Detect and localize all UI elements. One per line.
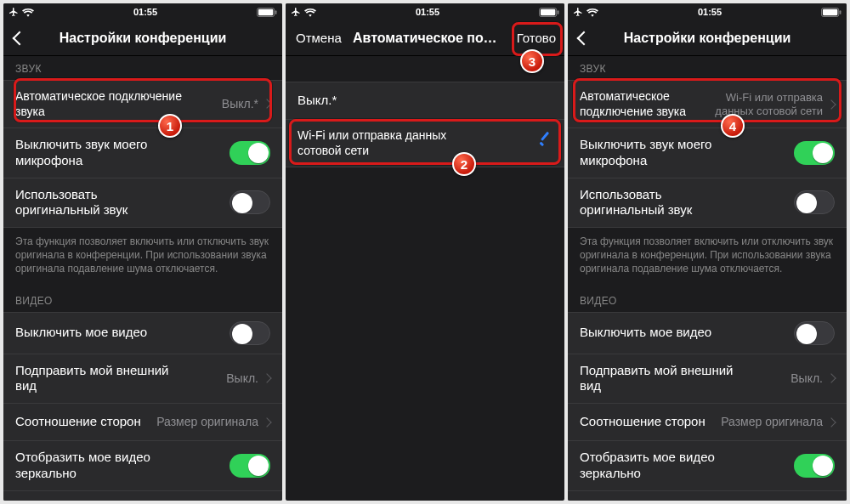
nav-title: Автоматическое подкл… [353,31,497,46]
row-auto-audio[interactable]: Автоматическое подключение звука Выкл.* [3,80,282,127]
switch-original-sound[interactable] [794,190,835,214]
switch-video-off[interactable] [230,321,270,345]
chevron-right-icon [828,99,835,110]
row-preview-video[interactable]: Показывать предпросмотр видео [568,490,847,501]
chevron-right-icon [264,98,270,110]
status-bar: 01:55 [568,3,847,20]
row-label: Автоматическое подключение звука [580,89,707,119]
nav-header: Отмена Автоматическое подкл… Готово [286,20,564,56]
switch-mirror[interactable] [230,454,270,478]
row-label: Соотношение сторон [15,414,141,430]
step-badge-4: 4 [721,114,745,138]
back-button[interactable] [8,20,23,55]
status-bar: 01:55 [286,3,564,20]
battery-icon [821,8,842,17]
row-mute-mic[interactable]: Выключить звук моего микрофона [568,127,847,178]
nav-header: Настройки конференции [568,20,847,56]
step-badge-3: 3 [520,49,544,73]
svg-rect-4 [541,8,555,14]
section-sound: ЗВУК [568,56,847,80]
option-wifi-cell[interactable]: Wi-Fi или отправка данных сотовой сети [286,119,564,167]
row-value: Wi-Fi или отправка данных сотовой сети [707,91,823,117]
row-label: Подправить мой внешний вид [15,363,185,395]
airplane-mode-icon [573,7,583,17]
row-value: Выкл.* [222,97,258,111]
battery-icon [257,8,277,17]
section-video: ВИДЕО [568,280,847,312]
svg-rect-7 [823,8,837,14]
switch-original-sound[interactable] [230,190,270,214]
step-badge-1: 1 [158,114,182,138]
row-video-off[interactable]: Выключить мое видео [568,312,847,354]
option-off[interactable]: Выкл.* [286,82,564,119]
status-time: 01:55 [133,7,157,17]
phone-screen-2: 01:55 Отмена Автоматическое подкл… Готов… [286,3,564,501]
row-preview-video[interactable]: Показывать предпросмотр видео [3,490,282,501]
option-label: Выкл.* [298,93,337,109]
svg-rect-2 [275,10,277,14]
chevron-right-icon [828,416,835,428]
row-label: Показывать предпросмотр видео [580,500,750,501]
cancel-button[interactable]: Отмена [296,20,342,55]
switch-mirror[interactable] [794,454,835,478]
wifi-icon [22,8,34,17]
row-mirror-video[interactable]: Отобразить мое видео зеркально [3,440,282,490]
row-label: Подправить мой внешний вид [580,363,750,395]
row-label: Выключить мое видео [15,325,147,341]
row-original-sound[interactable]: Использовать оригинальный звук [568,178,847,229]
status-time: 01:55 [698,7,722,17]
row-mute-mic[interactable]: Выключить звук моего микрофона [3,127,282,178]
row-label: Использовать оригинальный звук [15,187,185,219]
nav-title: Настройки конференции [624,31,791,46]
row-label: Использовать оригинальный звук [580,187,750,219]
row-value: Выкл. [790,371,823,386]
row-label: Выключить звук моего микрофона [15,137,185,169]
svg-rect-8 [840,10,842,14]
row-aspect-ratio[interactable]: Соотношение сторон Размер оригинала [3,403,282,440]
phone-screen-1: 01:55 Настройки конференции ЗВУК Автомат… [3,3,282,501]
checkmark-icon [537,136,552,151]
chevron-right-icon [264,372,270,384]
nav-title: Настройки конференции [60,31,227,46]
airplane-mode-icon [291,7,301,17]
svg-rect-5 [558,10,559,14]
row-value: Размер оригинала [156,415,258,429]
chevron-left-icon [576,29,587,48]
phone-screen-3: 01:55 Настройки конференции ЗВУК Автомат… [568,3,847,501]
switch-video-off[interactable] [794,321,835,345]
row-touch-up[interactable]: Подправить мой внешний вид Выкл. [3,354,282,404]
note-original-sound: Эта функция позволяет включить или отклю… [568,228,847,280]
step-badge-2: 2 [452,152,476,176]
section-video: ВИДЕО [3,280,282,312]
row-label: Автоматическое подключение звука [15,89,185,119]
switch-mute-mic[interactable] [794,141,835,165]
row-label: Отобразить мое видео зеркально [580,450,750,482]
row-auto-audio[interactable]: Автоматическое подключение звука Wi-Fi и… [568,80,847,127]
note-original-sound: Эта функция позволяет включить или отклю… [3,228,282,280]
row-label: Выключить звук моего микрофона [580,137,750,169]
switch-mute-mic[interactable] [230,141,270,165]
nav-header: Настройки конференции [3,20,282,56]
chevron-left-icon [12,29,23,48]
row-touch-up[interactable]: Подправить мой внешний вид Выкл. [568,354,847,404]
row-mirror-video[interactable]: Отобразить мое видео зеркально [568,440,847,490]
section-sound: ЗВУК [3,56,282,80]
chevron-right-icon [828,372,835,384]
row-label: Отобразить мое видео зеркально [15,450,185,482]
wifi-icon [304,8,316,17]
chevron-right-icon [264,416,270,428]
svg-rect-1 [258,8,273,14]
row-value: Размер оригинала [721,415,823,429]
airplane-mode-icon [8,7,19,17]
battery-icon [539,8,559,17]
back-button[interactable] [573,20,587,55]
row-value: Выкл. [226,371,258,386]
row-original-sound[interactable]: Использовать оригинальный звук [3,178,282,229]
status-time: 01:55 [416,7,439,17]
row-label: Показывать предпросмотр видео [15,500,185,501]
row-video-off[interactable]: Выключить мое видео [3,312,282,354]
row-label: Соотношение сторон [580,414,706,430]
status-bar: 01:55 [3,3,282,20]
row-label: Выключить мое видео [580,325,711,341]
row-aspect-ratio[interactable]: Соотношение сторон Размер оригинала [568,403,847,440]
